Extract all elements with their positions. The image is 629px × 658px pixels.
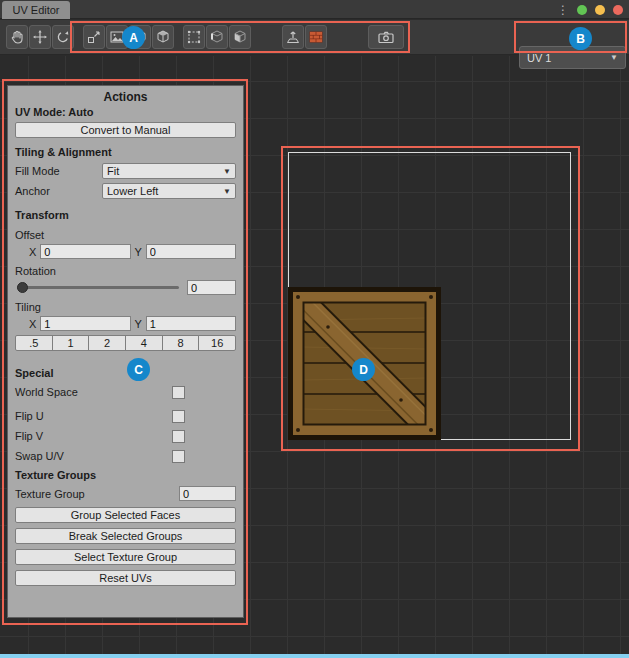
chevron-down-icon: ▼ <box>610 53 618 62</box>
tiling-preset-1-button[interactable]: 1 <box>52 335 90 351</box>
fill-mode-row: Fill Mode Fit ▼ <box>15 163 236 179</box>
bottom-accent-bar <box>0 654 629 658</box>
world-space-checkbox[interactable] <box>172 386 185 399</box>
rotation-row <box>15 280 236 295</box>
tiling-label: Tiling <box>15 301 236 314</box>
special-header: Special <box>15 367 236 381</box>
group-selected-faces-button[interactable]: Group Selected Faces <box>15 507 236 523</box>
annotation-marker-c: C <box>127 358 150 381</box>
move-tool-button[interactable] <box>29 25 51 49</box>
tiling-preset-4-button[interactable]: 4 <box>125 335 163 351</box>
select-vertex-button[interactable] <box>183 25 205 49</box>
select-edge-button[interactable] <box>206 25 228 49</box>
offset-y-label: Y <box>135 246 142 258</box>
fill-mode-label: Fill Mode <box>15 165 102 177</box>
swap-uv-label: Swap U/V <box>15 450 64 462</box>
scale-tool-button[interactable] <box>83 25 105 49</box>
tiling-y-input[interactable] <box>146 316 236 331</box>
fill-mode-value: Fit <box>107 165 119 177</box>
rotate-tool-button[interactable] <box>52 25 74 49</box>
select-face-button[interactable] <box>229 25 251 49</box>
swap-uv-row: Swap U/V <box>15 449 185 463</box>
tab-label: UV Editor <box>12 4 59 16</box>
tiling-preset-05-button[interactable]: .5 <box>15 335 53 351</box>
toolbar: UV 1 ▼ <box>0 20 629 55</box>
tiling-x-label: X <box>29 318 36 330</box>
chevron-down-icon: ▼ <box>223 167 231 176</box>
uv-mode-label: UV Mode: Auto <box>15 106 236 120</box>
tiling-presets-row: .5 1 2 4 8 16 <box>15 335 236 351</box>
uv-channel-value: UV 1 <box>527 52 551 64</box>
tiling-preset-2-button[interactable]: 2 <box>88 335 126 351</box>
panel-title: Actions <box>15 90 236 104</box>
tiling-preset-16-button[interactable]: 16 <box>198 335 236 351</box>
anchor-dropdown[interactable]: Lower Left ▼ <box>102 183 236 199</box>
render-camera-button[interactable] <box>368 25 404 49</box>
break-selected-groups-button[interactable]: Break Selected Groups <box>15 528 236 544</box>
chevron-down-icon: ▼ <box>223 187 231 196</box>
tiling-alignment-header: Tiling & Alignment <box>15 146 236 160</box>
annotation-marker-b: B <box>569 27 592 50</box>
offset-x-label: X <box>29 246 36 258</box>
offset-x-input[interactable] <box>40 244 130 259</box>
select-texture-group-button[interactable]: Select Texture Group <box>15 549 236 565</box>
tiling-row: X Y <box>15 316 236 331</box>
tiling-preset-8-button[interactable]: 8 <box>162 335 200 351</box>
offset-y-input[interactable] <box>146 244 236 259</box>
flip-v-row: Flip V <box>15 429 185 443</box>
rotation-label: Rotation <box>15 265 236 278</box>
texture-groups-header: Texture Groups <box>15 469 236 483</box>
traffic-light-green[interactable] <box>577 5 587 15</box>
titlebar: UV Editor ⋮ <box>0 0 629 19</box>
world-space-row: World Space <box>15 385 185 399</box>
traffic-light-yellow[interactable] <box>595 5 605 15</box>
menu-dots-icon[interactable]: ⋮ <box>557 4 569 16</box>
texture-group-row: Texture Group <box>15 486 236 501</box>
uv-channel-dropdown[interactable]: UV 1 ▼ <box>519 46 626 69</box>
cube-uv-alt-button[interactable] <box>152 25 174 49</box>
rotation-input[interactable] <box>187 280 236 295</box>
uv-editor-window: UV Editor ⋮ <box>0 0 629 658</box>
traffic-light-red[interactable] <box>613 5 623 15</box>
anchor-row: Anchor Lower Left ▼ <box>15 183 236 199</box>
offset-row: X Y <box>15 244 236 259</box>
world-space-label: World Space <box>15 386 78 398</box>
reset-uvs-button[interactable]: Reset UVs <box>15 570 236 586</box>
annotation-marker-d: D <box>352 358 375 381</box>
tiling-x-input[interactable] <box>40 316 130 331</box>
flip-v-label: Flip V <box>15 430 43 442</box>
uv-editor-tab[interactable]: UV Editor <box>2 1 70 19</box>
flip-u-row: Flip U <box>15 409 185 423</box>
anchor-value: Lower Left <box>107 185 158 197</box>
actions-panel: Actions UV Mode: Auto Convert to Manual … <box>7 85 244 618</box>
rotation-slider[interactable] <box>17 286 179 289</box>
offset-label: Offset <box>15 229 236 242</box>
texture-group-label: Texture Group <box>15 488 179 500</box>
fill-mode-dropdown[interactable]: Fit ▼ <box>102 163 236 179</box>
flip-v-checkbox[interactable] <box>172 430 185 443</box>
transform-header: Transform <box>15 209 236 223</box>
project-uv-button[interactable] <box>282 25 304 49</box>
annotation-marker-a: A <box>122 26 145 49</box>
convert-to-manual-button[interactable]: Convert to Manual <box>15 122 236 138</box>
texture-bricks-button[interactable] <box>305 25 327 49</box>
tiling-y-label: Y <box>135 318 142 330</box>
texture-group-input[interactable] <box>179 486 236 501</box>
rotation-slider-knob[interactable] <box>17 282 28 293</box>
swap-uv-checkbox[interactable] <box>172 450 185 463</box>
flip-u-label: Flip U <box>15 410 44 422</box>
flip-u-checkbox[interactable] <box>172 410 185 423</box>
pan-hand-tool-button[interactable] <box>6 25 28 49</box>
titlebar-controls: ⋮ <box>557 0 623 19</box>
anchor-label: Anchor <box>15 185 102 197</box>
